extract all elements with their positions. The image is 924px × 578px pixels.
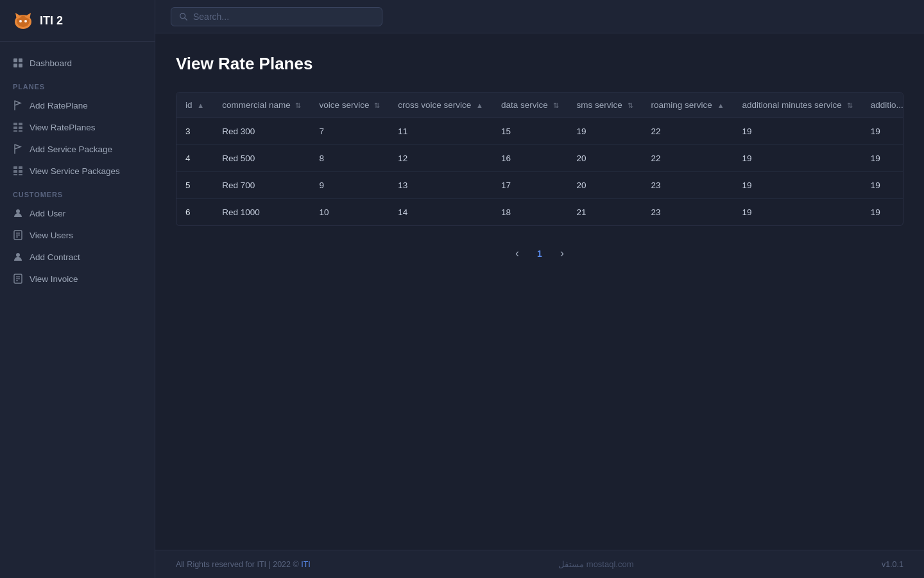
svg-point-4 — [19, 20, 22, 22]
svg-rect-7 — [19, 58, 22, 62]
svg-rect-6 — [13, 58, 17, 62]
dashboard-icon — [13, 58, 23, 68]
footer-watermark: مستقل mostaql.com — [558, 559, 633, 569]
page-title: View Rate Planes — [176, 54, 903, 74]
table-header: id ▲ commercial name ⇅ voice service ⇅ — [176, 92, 903, 118]
sidebar: ITI 2 Dashboard PLANES Add RatePlane — [0, 0, 155, 578]
sidebar-item-view-invoice[interactable]: View Invoice — [0, 268, 155, 290]
table-row: 4Red 5008121620221919 — [176, 145, 903, 172]
cell-cross_voice_service: 14 — [389, 199, 492, 226]
sort-icon-commercial-name: ⇅ — [295, 101, 301, 109]
cell-id: 4 — [176, 145, 213, 172]
table-row: 3Red 3007111519221919 — [176, 118, 903, 145]
content-area: View Rate Planes id ▲ commercial name ⇅ — [155, 33, 924, 550]
svg-point-22 — [16, 209, 20, 213]
col-header-additional-minutes[interactable]: additional minutes service ⇅ — [733, 92, 862, 118]
svg-point-5 — [24, 20, 27, 22]
sort-icon-additional-minutes: ⇅ — [847, 101, 853, 109]
footer-version: v1.0.1 — [882, 560, 903, 569]
person-icon-1 — [13, 208, 23, 218]
col-header-cross-voice-service[interactable]: cross voice service ▲ — [389, 92, 492, 118]
table-row: 5Red 7009131720231919 — [176, 172, 903, 199]
svg-rect-12 — [13, 127, 17, 129]
add-rate-plane-label: Add RatePlane — [30, 101, 88, 110]
cell-voice_service: 10 — [310, 199, 389, 226]
add-service-package-label: Add Service Package — [30, 144, 112, 154]
pagination: ‹ 1 › — [176, 244, 903, 263]
sidebar-logo: ITI 2 — [0, 0, 155, 42]
col-header-sms-service[interactable]: sms service ⇅ — [568, 92, 642, 118]
col-header-id[interactable]: id ▲ — [176, 92, 213, 118]
cell-roaming_service: 23 — [642, 199, 733, 226]
table-row: 6Red 100010141821231919 — [176, 199, 903, 226]
current-page[interactable]: 1 — [531, 246, 549, 261]
sidebar-item-view-users[interactable]: View Users — [0, 224, 155, 246]
view-invoice-label: View Invoice — [30, 274, 78, 284]
flag-icon-2 — [13, 144, 23, 154]
sidebar-item-view-rate-planes[interactable]: View RatePlanes — [0, 116, 155, 138]
cell-cross_voice_service: 11 — [389, 118, 492, 145]
cell-commercial_name: Red 300 — [213, 118, 310, 145]
sort-icon-sms-service: ⇅ — [628, 101, 633, 109]
cell-cross_voice_service: 12 — [389, 145, 492, 172]
col-header-commercial-name[interactable]: commercial name ⇅ — [213, 92, 310, 118]
sort-icon-roaming-service: ▲ — [717, 101, 724, 109]
customers-section-label: CUSTOMERS — [0, 182, 155, 202]
cell-data_service: 17 — [492, 172, 568, 199]
next-page-button[interactable]: › — [554, 244, 570, 263]
search-box[interactable] — [171, 7, 382, 26]
cell-data_service: 16 — [492, 145, 568, 172]
prev-page-button[interactable]: ‹ — [509, 244, 526, 263]
logo-icon — [13, 10, 33, 31]
svg-rect-21 — [19, 174, 22, 175]
cell-roaming_service: 22 — [642, 145, 733, 172]
svg-rect-19 — [19, 170, 22, 173]
sidebar-item-add-user[interactable]: Add User — [0, 202, 155, 224]
cell-sms_service: 20 — [568, 172, 642, 199]
sort-icon-cross-voice-service: ▲ — [476, 101, 483, 109]
svg-rect-20 — [13, 174, 17, 175]
svg-rect-18 — [13, 170, 17, 173]
cell-id: 6 — [176, 199, 213, 226]
svg-rect-10 — [13, 123, 17, 125]
sidebar-item-dashboard[interactable]: Dashboard — [0, 52, 155, 74]
flag-icon-1 — [13, 100, 23, 110]
svg-rect-17 — [19, 166, 22, 169]
col-header-roaming-service[interactable]: roaming service ▲ — [642, 92, 733, 118]
rate-planes-table-container: id ▲ commercial name ⇅ voice service ⇅ — [176, 92, 903, 226]
main-wrapper: View Rate Planes id ▲ commercial name ⇅ — [155, 0, 924, 578]
cell-id: 3 — [176, 118, 213, 145]
col-header-additional2[interactable]: additio... ⇅ — [862, 92, 903, 118]
grid-icon-2 — [13, 166, 23, 176]
cell-additional2: 19 — [862, 199, 903, 226]
view-users-label: View Users — [30, 231, 73, 240]
search-input[interactable] — [193, 12, 374, 22]
topbar — [155, 0, 924, 33]
sidebar-item-view-service-packages[interactable]: View Service Packages — [0, 160, 155, 182]
add-contract-label: Add Contract — [30, 252, 80, 262]
cell-commercial_name: Red 1000 — [213, 199, 310, 226]
cell-cross_voice_service: 13 — [389, 172, 492, 199]
sidebar-nav: Dashboard PLANES Add RatePlane View Rate… — [0, 42, 155, 578]
search-icon — [179, 12, 188, 21]
cell-additional2: 19 — [862, 145, 903, 172]
sidebar-item-add-rate-plane[interactable]: Add RatePlane — [0, 94, 155, 116]
col-header-data-service[interactable]: data service ⇅ — [492, 92, 568, 118]
footer-link[interactable]: ITI — [301, 560, 311, 569]
svg-rect-9 — [19, 64, 22, 67]
footer: All Rights reserved for ITI | 2022 © ITI… — [155, 550, 924, 578]
cell-additional_minutes_service: 19 — [733, 118, 862, 145]
svg-line-33 — [185, 17, 187, 20]
col-header-voice-service[interactable]: voice service ⇅ — [310, 92, 389, 118]
doc-icon-2 — [13, 274, 23, 284]
cell-voice_service: 7 — [310, 118, 389, 145]
svg-rect-8 — [13, 64, 17, 67]
sort-icon-voice-service: ⇅ — [374, 101, 380, 109]
svg-rect-14 — [13, 130, 17, 132]
sidebar-item-add-service-package[interactable]: Add Service Package — [0, 138, 155, 160]
dashboard-label: Dashboard — [30, 58, 72, 68]
view-service-packages-label: View Service Packages — [30, 166, 120, 176]
app-name: ITI 2 — [40, 14, 63, 28]
sidebar-item-add-contract[interactable]: Add Contract — [0, 246, 155, 268]
cell-sms_service: 19 — [568, 118, 642, 145]
